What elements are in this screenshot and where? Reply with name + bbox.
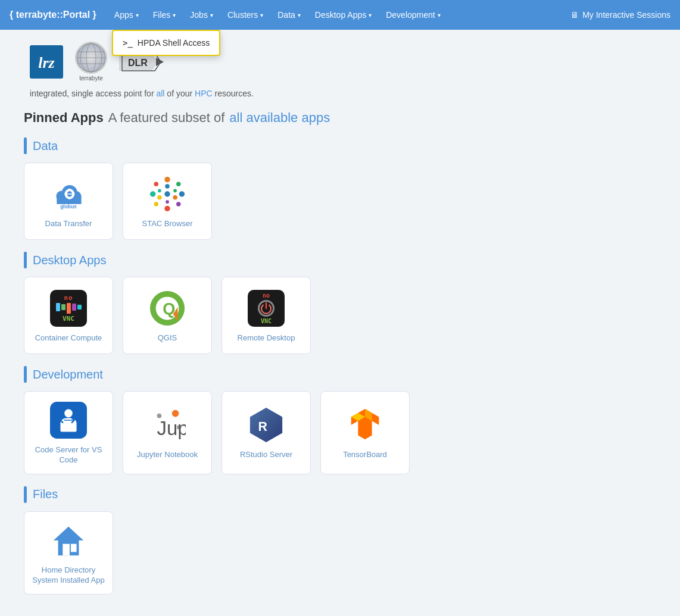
svg-point-29 bbox=[150, 191, 155, 196]
category-development: Development Code Server for VS Code Jupy… bbox=[24, 366, 656, 474]
main-content: lrz bbox=[0, 30, 680, 612]
nav-files[interactable]: Files ▾ bbox=[147, 7, 182, 23]
pinned-apps-title: Pinned Apps bbox=[24, 110, 104, 126]
svg-point-25 bbox=[179, 191, 185, 196]
svg-point-33 bbox=[173, 195, 177, 199]
app-card-stac-browser[interactable]: STAC Browser bbox=[123, 162, 212, 240]
category-name: Files bbox=[33, 487, 58, 501]
category-desktop-apps: Desktop Apps no VNC Container Compute Q … bbox=[24, 252, 656, 354]
app-card-home-directory-system-installed-app[interactable]: Home Directory System Installed App bbox=[24, 511, 113, 595]
svg-point-28 bbox=[154, 202, 159, 207]
category-header: Files bbox=[24, 486, 656, 503]
nav-clusters[interactable]: Clusters ▾ bbox=[222, 7, 269, 23]
app-name-label: Remote Desktop bbox=[238, 333, 295, 343]
pinned-apps-header: Pinned Apps A featured subset of all ava… bbox=[24, 110, 656, 126]
svg-text:globus: globus bbox=[60, 204, 77, 209]
svg-text:Jupyter: Jupyter bbox=[157, 418, 186, 440]
codeserver-icon bbox=[49, 401, 88, 439]
caret-icon: ▾ bbox=[369, 12, 372, 18]
category-data: Data globus Data TransferSTAC Browser bbox=[24, 137, 656, 240]
app-card-tensorboard[interactable]: TensorBoard bbox=[320, 391, 410, 474]
jupyter-icon: Jupyter bbox=[148, 406, 186, 444]
terrabyte-logo: terrabyte bbox=[75, 42, 107, 82]
svg-point-34 bbox=[166, 200, 169, 204]
caret-icon: ▾ bbox=[173, 12, 176, 18]
interactive-sessions-link[interactable]: 🖥 My Interactive Sessions bbox=[570, 10, 670, 20]
svg-point-30 bbox=[154, 182, 159, 186]
category-name: Data bbox=[33, 139, 58, 153]
app-name-label: Home Directory System Installed App bbox=[32, 565, 104, 586]
svg-rect-55 bbox=[63, 544, 70, 555]
pinned-apps-subtitle: A featured subset of bbox=[108, 110, 225, 126]
qgis-icon: Q bbox=[148, 289, 186, 327]
caret-icon: ▾ bbox=[438, 12, 441, 18]
svg-point-24 bbox=[176, 182, 181, 186]
svg-point-43 bbox=[64, 409, 73, 418]
caret-icon: ▾ bbox=[210, 12, 213, 18]
stac-icon bbox=[148, 175, 186, 213]
nav-jobs[interactable]: Jobs ▾ bbox=[184, 7, 219, 23]
app-grid: Code Server for VS Code Jupyter Jupyter … bbox=[24, 391, 656, 474]
category-bar bbox=[24, 366, 27, 383]
app-card-rstudio-server[interactable]: R RStudio Server bbox=[222, 391, 311, 474]
navbar: { terrabyte::Portal } Apps ▾ Files ▾ Job… bbox=[0, 0, 680, 30]
lrz-logo: lrz bbox=[30, 45, 63, 79]
nav-items: Apps ▾ Files ▾ Jobs ▾ Clusters ▾ Data ▾ … bbox=[108, 7, 570, 23]
caret-icon: ▾ bbox=[260, 12, 263, 18]
caret-icon: ▾ bbox=[298, 12, 301, 18]
terrabyte-text: terrabyte bbox=[79, 75, 102, 82]
category-bar bbox=[24, 137, 27, 154]
category-header: Data bbox=[24, 137, 656, 154]
app-grid: no VNC Container Compute Q QGIS no bbox=[24, 277, 656, 354]
app-grid: Home Directory System Installed App bbox=[24, 511, 656, 595]
category-header: Development bbox=[24, 366, 656, 383]
app-card-data-transfer[interactable]: globus Data Transfer bbox=[24, 162, 113, 240]
app-card-qgis[interactable]: Q QGIS bbox=[123, 277, 212, 354]
svg-text:Q: Q bbox=[163, 299, 175, 317]
svg-point-45 bbox=[172, 410, 179, 417]
rstudio-icon: R bbox=[247, 406, 285, 444]
apps-dropdown: >_ HPDA Shell Access bbox=[112, 30, 220, 56]
svg-rect-56 bbox=[71, 544, 77, 552]
categories-container: Data globus Data TransferSTAC Browser De… bbox=[24, 137, 656, 595]
app-name-label: STAC Browser bbox=[142, 219, 193, 229]
app-card-container-compute[interactable]: no VNC Container Compute bbox=[24, 277, 113, 354]
novnc-power-icon: no VNC bbox=[247, 289, 285, 327]
svg-point-26 bbox=[176, 202, 181, 207]
nav-development[interactable]: Development ▾ bbox=[380, 7, 447, 23]
globus-icon: globus bbox=[49, 175, 88, 213]
hpc-text: HPC bbox=[195, 89, 213, 98]
nav-desktop-apps[interactable]: Desktop Apps ▾ bbox=[309, 7, 378, 23]
caret-icon: ▾ bbox=[136, 12, 139, 18]
app-card-remote-desktop[interactable]: no VNC Remote Desktop bbox=[222, 277, 311, 354]
tensorflow-icon bbox=[346, 406, 384, 444]
category-name: Development bbox=[33, 368, 103, 382]
brand[interactable]: { terrabyte::Portal } bbox=[10, 10, 96, 20]
svg-point-36 bbox=[158, 189, 161, 192]
category-name: Desktop Apps bbox=[33, 254, 106, 267]
app-name-label: Code Server for VS Code bbox=[30, 445, 107, 465]
app-name-label: Data Transfer bbox=[45, 219, 92, 229]
hpda-shell-access-item[interactable]: >_ HPDA Shell Access bbox=[113, 33, 219, 52]
nav-apps[interactable]: Apps ▾ bbox=[108, 7, 145, 23]
svg-text:lrz: lrz bbox=[38, 54, 55, 71]
all-apps-link[interactable]: all available apps bbox=[229, 110, 330, 126]
svg-point-27 bbox=[164, 205, 170, 211]
app-card-jupyter-notebook[interactable]: Jupyter Jupyter Notebook bbox=[123, 391, 212, 474]
svg-marker-12 bbox=[156, 58, 164, 66]
category-header: Desktop Apps bbox=[24, 252, 656, 268]
svg-text:R: R bbox=[258, 420, 267, 434]
svg-point-32 bbox=[173, 189, 177, 192]
svg-text:DLR: DLR bbox=[128, 58, 148, 68]
app-card-code-server-for-vs-code[interactable]: Code Server for VS Code bbox=[24, 391, 113, 474]
category-bar bbox=[24, 486, 27, 503]
monitor-icon: 🖥 bbox=[570, 10, 579, 20]
shell-icon: >_ bbox=[123, 38, 133, 48]
app-grid: globus Data TransferSTAC Browser bbox=[24, 162, 656, 240]
category-bar bbox=[24, 252, 27, 268]
app-name-label: Jupyter Notebook bbox=[137, 450, 198, 460]
novnc-icon: no VNC bbox=[49, 289, 88, 327]
app-name-label: QGIS bbox=[158, 333, 177, 343]
dropdown-menu: >_ HPDA Shell Access bbox=[112, 30, 220, 56]
nav-data[interactable]: Data ▾ bbox=[272, 7, 307, 23]
